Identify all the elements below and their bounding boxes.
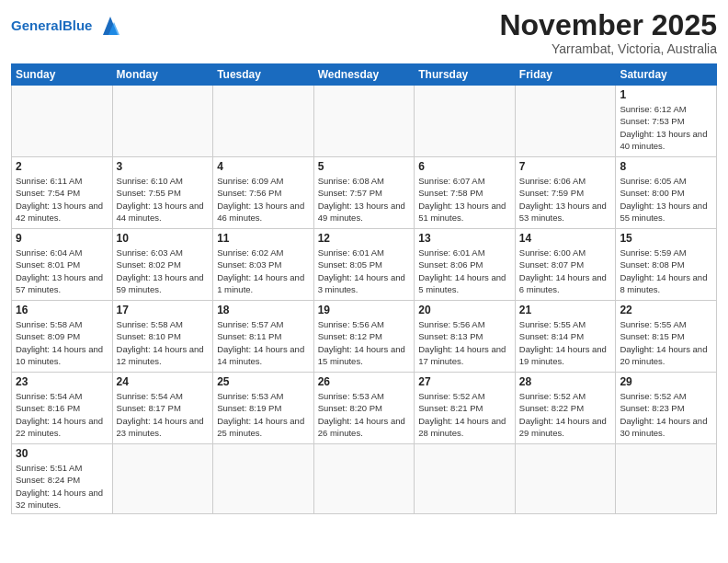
day-number: 9: [16, 232, 108, 245]
sun-info: Sunrise: 6:03 AMSunset: 8:02 PMDaylight:…: [117, 247, 210, 295]
sun-info: Sunrise: 5:52 AMSunset: 8:23 PMDaylight:…: [620, 390, 712, 439]
table-row: 9Sunrise: 6:04 AMSunset: 8:01 PMDaylight…: [12, 229, 113, 301]
logo-icon: [96, 13, 125, 39]
table-row: 7Sunrise: 6:06 AMSunset: 7:59 PMDaylight…: [515, 157, 616, 229]
table-row: [112, 444, 213, 514]
table-row: [616, 444, 717, 514]
sun-info: Sunrise: 5:53 AMSunset: 8:19 PMDaylight:…: [217, 390, 310, 439]
sun-info: Sunrise: 5:59 AMSunset: 8:08 PMDaylight:…: [620, 247, 712, 295]
table-row: [415, 444, 516, 514]
table-row: [12, 86, 113, 157]
sun-info: Sunrise: 6:11 AMSunset: 7:54 PMDaylight:…: [16, 175, 108, 224]
day-number: 21: [519, 304, 612, 316]
table-row: [515, 444, 616, 514]
sun-info: Sunrise: 6:10 AMSunset: 7:55 PMDaylight:…: [117, 175, 210, 224]
table-row: 30Sunrise: 5:51 AMSunset: 8:24 PMDayligh…: [12, 444, 113, 514]
table-row: 25Sunrise: 5:53 AMSunset: 8:19 PMDayligh…: [213, 373, 314, 444]
table-row: [213, 86, 314, 157]
day-number: 1: [620, 88, 712, 101]
table-row: 2Sunrise: 6:11 AMSunset: 7:54 PMDaylight…: [12, 157, 113, 229]
logo: GeneralBlue: [11, 13, 125, 39]
day-number: 4: [217, 160, 310, 173]
sun-info: Sunrise: 6:05 AMSunset: 8:00 PMDaylight:…: [620, 175, 712, 224]
month-title: November 2025: [499, 9, 717, 41]
sun-info: Sunrise: 6:02 AMSunset: 8:03 PMDaylight:…: [217, 247, 310, 295]
table-row: 8Sunrise: 6:05 AMSunset: 8:00 PMDaylight…: [616, 157, 717, 229]
table-row: 11Sunrise: 6:02 AMSunset: 8:03 PMDayligh…: [213, 229, 314, 301]
day-number: 25: [217, 375, 310, 388]
col-friday: Friday: [515, 64, 616, 86]
table-row: [415, 86, 516, 157]
day-number: 2: [16, 160, 108, 173]
day-number: 8: [620, 160, 712, 173]
sun-info: Sunrise: 5:58 AMSunset: 8:10 PMDaylight:…: [117, 318, 210, 367]
table-row: 3Sunrise: 6:10 AMSunset: 7:55 PMDaylight…: [112, 157, 213, 229]
table-row: [313, 444, 415, 514]
day-number: 10: [117, 232, 210, 245]
day-number: 14: [519, 232, 612, 245]
sun-info: Sunrise: 6:12 AMSunset: 7:53 PMDaylight:…: [620, 103, 712, 152]
col-thursday: Thursday: [415, 64, 516, 86]
table-row: 14Sunrise: 6:00 AMSunset: 8:07 PMDayligh…: [515, 229, 616, 301]
sun-info: Sunrise: 5:55 AMSunset: 8:15 PMDaylight:…: [620, 318, 712, 367]
table-row: 21Sunrise: 5:55 AMSunset: 8:14 PMDayligh…: [515, 301, 616, 373]
table-row: 15Sunrise: 5:59 AMSunset: 8:08 PMDayligh…: [616, 229, 717, 301]
logo-blue: Blue: [63, 17, 93, 33]
col-tuesday: Tuesday: [213, 64, 314, 86]
col-saturday: Saturday: [616, 64, 717, 86]
sun-info: Sunrise: 5:56 AMSunset: 8:12 PMDaylight:…: [318, 318, 411, 367]
table-row: 26Sunrise: 5:53 AMSunset: 8:20 PMDayligh…: [313, 373, 415, 444]
sun-info: Sunrise: 5:53 AMSunset: 8:20 PMDaylight:…: [318, 390, 411, 439]
table-row: 22Sunrise: 5:55 AMSunset: 8:15 PMDayligh…: [616, 301, 717, 373]
table-row: 1Sunrise: 6:12 AMSunset: 7:53 PMDaylight…: [616, 86, 717, 157]
day-number: 22: [620, 304, 712, 316]
table-row: [313, 86, 415, 157]
logo-general: General: [11, 17, 63, 33]
location: Yarrambat, Victoria, Australia: [499, 41, 717, 56]
table-row: 27Sunrise: 5:52 AMSunset: 8:21 PMDayligh…: [415, 373, 516, 444]
table-row: 16Sunrise: 5:58 AMSunset: 8:09 PMDayligh…: [12, 301, 113, 373]
col-sunday: Sunday: [12, 64, 113, 86]
day-number: 26: [318, 375, 411, 388]
day-number: 13: [418, 232, 511, 245]
day-number: 11: [217, 232, 310, 245]
day-number: 19: [318, 304, 411, 316]
page: GeneralBlue November 2025 Yarrambat, Vic…: [0, 0, 728, 563]
day-number: 3: [117, 160, 210, 173]
sun-info: Sunrise: 5:52 AMSunset: 8:22 PMDaylight:…: [519, 390, 612, 439]
day-number: 15: [620, 232, 712, 245]
table-row: 6Sunrise: 6:07 AMSunset: 7:58 PMDaylight…: [415, 157, 516, 229]
sun-info: Sunrise: 6:07 AMSunset: 7:58 PMDaylight:…: [418, 175, 511, 224]
table-row: 29Sunrise: 5:52 AMSunset: 8:23 PMDayligh…: [616, 373, 717, 444]
table-row: 28Sunrise: 5:52 AMSunset: 8:22 PMDayligh…: [515, 373, 616, 444]
day-number: 30: [16, 447, 108, 460]
sun-info: Sunrise: 5:58 AMSunset: 8:09 PMDaylight:…: [16, 318, 108, 367]
calendar-header-row: Sunday Monday Tuesday Wednesday Thursday…: [12, 64, 717, 86]
sun-info: Sunrise: 5:52 AMSunset: 8:21 PMDaylight:…: [418, 390, 511, 439]
sun-info: Sunrise: 6:01 AMSunset: 8:06 PMDaylight:…: [418, 247, 511, 295]
table-row: 24Sunrise: 5:54 AMSunset: 8:17 PMDayligh…: [112, 373, 213, 444]
day-number: 16: [16, 304, 108, 316]
table-row: 13Sunrise: 6:01 AMSunset: 8:06 PMDayligh…: [415, 229, 516, 301]
sun-info: Sunrise: 5:54 AMSunset: 8:16 PMDaylight:…: [16, 390, 108, 439]
logo-text: GeneralBlue: [11, 18, 92, 34]
sun-info: Sunrise: 5:57 AMSunset: 8:11 PMDaylight:…: [217, 318, 310, 367]
sun-info: Sunrise: 5:51 AMSunset: 8:24 PMDaylight:…: [16, 462, 108, 511]
title-block: November 2025 Yarrambat, Victoria, Austr…: [499, 9, 717, 56]
day-number: 29: [620, 375, 712, 388]
table-row: [213, 444, 314, 514]
header: GeneralBlue November 2025 Yarrambat, Vic…: [11, 9, 717, 56]
sun-info: Sunrise: 6:09 AMSunset: 7:56 PMDaylight:…: [217, 175, 310, 224]
table-row: 4Sunrise: 6:09 AMSunset: 7:56 PMDaylight…: [213, 157, 314, 229]
day-number: 5: [318, 160, 411, 173]
table-row: 5Sunrise: 6:08 AMSunset: 7:57 PMDaylight…: [313, 157, 415, 229]
table-row: 20Sunrise: 5:56 AMSunset: 8:13 PMDayligh…: [415, 301, 516, 373]
day-number: 20: [418, 304, 511, 316]
day-number: 23: [16, 375, 108, 388]
sun-info: Sunrise: 6:08 AMSunset: 7:57 PMDaylight:…: [318, 175, 411, 224]
table-row: 10Sunrise: 6:03 AMSunset: 8:02 PMDayligh…: [112, 229, 213, 301]
sun-info: Sunrise: 6:04 AMSunset: 8:01 PMDaylight:…: [16, 247, 108, 295]
sun-info: Sunrise: 6:06 AMSunset: 7:59 PMDaylight:…: [519, 175, 612, 224]
col-wednesday: Wednesday: [313, 64, 415, 86]
table-row: [515, 86, 616, 157]
